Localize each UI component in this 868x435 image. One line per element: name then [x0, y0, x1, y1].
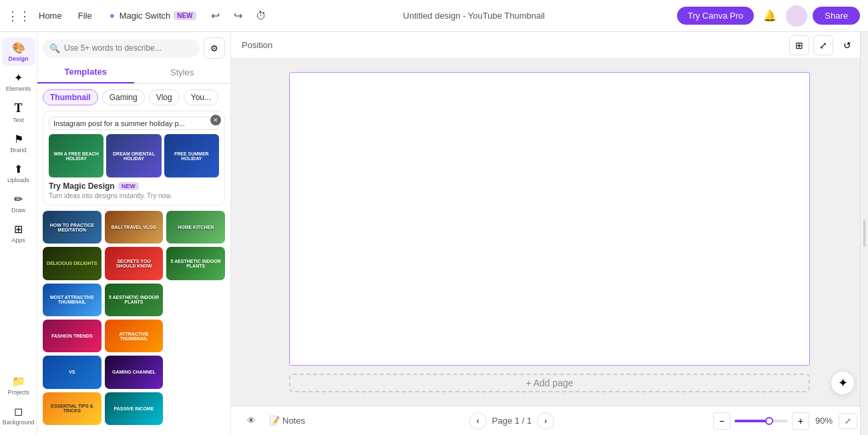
background-icon: ◻ [14, 405, 23, 418]
prev-page-button[interactable]: ‹ [469, 412, 487, 430]
home-button[interactable]: Home [32, 8, 69, 23]
right-panel-handle[interactable] [860, 32, 868, 435]
main-area: 🎨 Design ✦ Elements T Text ⚑ Brand ⬆ Upl… [0, 32, 868, 435]
undo-button[interactable]: ↩ [206, 6, 226, 26]
magic-switch-button[interactable]: ✦ Magic Switch NEW [101, 8, 203, 24]
text-label: Text [13, 117, 24, 123]
topbar-left: ⋮⋮ Home File ✦ Magic Switch NEW ↩ ↪ ⏱ [8, 5, 271, 27]
chip-gaming[interactable]: Gaming [102, 89, 145, 105]
template-item[interactable]: GAMING CHANNEL [105, 356, 164, 388]
template-item[interactable]: VS [43, 356, 101, 388]
refresh-button[interactable]: ↺ [837, 35, 857, 55]
template-item[interactable] [166, 392, 225, 425]
chip-thumbnail[interactable]: Thumbnail [43, 89, 98, 105]
magic-image-1: WIN A FREE BEACH HOLIDAY [49, 134, 103, 177]
template-label: 5 AESTHETIC INDOOR PLANTS [169, 259, 222, 268]
notes-icon: 📝 [269, 416, 280, 426]
chip-vlog[interactable]: Vlog [149, 89, 180, 105]
sidebar-item-elements[interactable]: ✦ Elements [2, 67, 35, 96]
template-item[interactable] [166, 356, 225, 388]
try-canva-pro-button[interactable]: Try Canva Pro [677, 7, 754, 25]
magic-design-info: Try Magic Design NEW Turn ideas into des… [49, 181, 219, 199]
show-pages-button[interactable]: 👁 [242, 413, 261, 428]
search-row: 🔍 ⚙ [37, 32, 230, 61]
template-grid: HOW TO PRACTICE MEDITATION BALI TRAVEL V… [43, 211, 225, 425]
share-button[interactable]: Share [813, 7, 860, 25]
design-icon: 🎨 [12, 41, 25, 54]
zoom-in-button[interactable]: + [792, 412, 809, 430]
sidebar-item-background[interactable]: ◻ Background [2, 401, 35, 430]
sidebar-item-draw[interactable]: ✏ Draw [2, 189, 35, 218]
chip-youtube[interactable]: You... [184, 89, 218, 105]
file-button[interactable]: File [71, 8, 99, 23]
sidebar-item-text[interactable]: T Text [2, 97, 35, 127]
sidebar-item-design[interactable]: 🎨 Design [2, 37, 35, 66]
design-label: Design [8, 55, 28, 62]
new-badge: NEW [118, 182, 139, 190]
filter-button[interactable]: ⚙ [204, 37, 225, 59]
brand-icon: ⚑ [14, 133, 23, 145]
text-icon: T [14, 101, 22, 115]
template-item[interactable]: PASSIVE INCOME [105, 392, 164, 425]
canvas-toolbar-right: ⊞ ⤢ ↺ [789, 35, 857, 55]
grid-menu-button[interactable]: ⋮⋮ [8, 5, 29, 27]
magic-design-subtitle: Turn ideas into designs instantly. Try n… [49, 192, 219, 199]
topbar-center: Untitled design - YouTube Thumbnail [275, 11, 673, 21]
template-item[interactable]: ESSENTIAL TIPS & TRICKS [43, 392, 101, 425]
template-item[interactable]: SECRETS YOU SHOULD KNOW [105, 247, 164, 280]
zoom-handle[interactable] [765, 417, 773, 425]
template-label: MOST ATTRACTIVE THUMBNAIL [45, 295, 99, 304]
bottom-left: 👁 📝 Notes [242, 413, 310, 428]
template-item[interactable]: HOME KITCHEN [166, 211, 225, 244]
redo-button[interactable]: ↪ [228, 6, 248, 26]
grid-view-button[interactable]: ⊞ [789, 35, 809, 55]
template-item[interactable]: BALI TRAVEL VLOG [105, 211, 164, 244]
template-item[interactable]: MOST ATTRACTIVE THUMBNAIL [43, 284, 101, 316]
template-item[interactable]: FASHION TRENDS [43, 320, 101, 352]
zoom-out-button[interactable]: − [713, 412, 730, 430]
category-chips: Thumbnail Gaming Vlog You... [37, 84, 230, 111]
zoom-slider[interactable] [734, 420, 788, 422]
notes-button[interactable]: 📝 Notes [264, 413, 310, 428]
tabs-row: Templates Styles [37, 61, 230, 84]
next-page-button[interactable]: › [537, 412, 554, 430]
canvas-scroll[interactable]: + Add page [231, 59, 868, 406]
template-item[interactable]: 5 AESTHETIC INDOOR PLANTS [166, 247, 225, 280]
add-page-button[interactable]: + Add page [289, 374, 810, 392]
template-item[interactable]: ATTRACTIVE THUMBNAIL [105, 320, 164, 352]
template-item[interactable] [166, 320, 225, 352]
expand-button[interactable]: ⤢ [813, 35, 833, 55]
draw-label: Draw [11, 207, 25, 213]
uploads-icon: ⬆ [14, 163, 23, 175]
template-label: DELICIOUS DELIGHTS [47, 261, 97, 266]
fit-button[interactable]: ⤢ [839, 413, 857, 429]
sidebar-item-uploads[interactable]: ⬆ Uploads [2, 159, 35, 187]
tab-templates[interactable]: Templates [37, 61, 134, 83]
magic-image-3: FREE SUMMER HOLIDAY [164, 134, 219, 177]
brand-label: Brand [10, 147, 26, 153]
sidebar-item-apps[interactable]: ⊞ Apps [2, 219, 35, 248]
template-item[interactable]: HOW TO PRACTICE MEDITATION [43, 211, 101, 244]
timer-button[interactable]: ⏱ [251, 6, 271, 26]
page-info: Page 1 / 1 [492, 416, 531, 426]
search-input[interactable] [64, 43, 193, 53]
canva-assistant-button[interactable]: ✦ [831, 371, 855, 395]
zoom-label: 90% [813, 416, 835, 426]
template-label: ESSENTIAL TIPS & TRICKS [45, 404, 99, 413]
sidebar-item-projects[interactable]: 📁 Projects [2, 371, 35, 400]
bottom-right: − + 90% ⤢ [713, 412, 857, 430]
sidebar-item-brand[interactable]: ⚑ Brand [2, 129, 35, 157]
avatar[interactable] [786, 5, 807, 27]
template-item[interactable] [166, 284, 225, 316]
template-item[interactable]: DELICIOUS DELIGHTS [43, 247, 101, 280]
banner-close-button[interactable]: ✕ [210, 115, 221, 125]
zoom-progress [734, 420, 767, 422]
magic-image-2: DREAM ORIENTAL HOLIDAY [106, 134, 161, 177]
template-item[interactable]: 5 AESTHETIC INDOOR PLANTS [105, 284, 164, 316]
tab-styles[interactable]: Styles [134, 61, 231, 83]
projects-icon: 📁 [12, 375, 25, 388]
topbar-right: Try Canva Pro 🔔 Share [677, 5, 860, 27]
magic-switch-badge: NEW [174, 11, 196, 20]
notifications-button[interactable]: 🔔 [759, 5, 781, 27]
magic-switch-label: Magic Switch [120, 11, 171, 21]
